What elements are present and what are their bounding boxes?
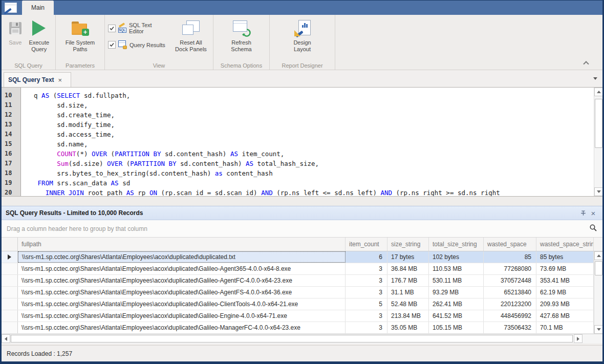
- column-header-wasted_space[interactable]: wasted_space: [484, 238, 536, 251]
- app-menu-button[interactable]: [2, 1, 20, 15]
- code-line[interactable]: INNER JOIN root_path AS rp ON (rp.scan_i…: [26, 188, 594, 196]
- cell-wasted_space[interactable]: 220123200: [484, 298, 536, 310]
- table-row[interactable]: \\srs-m1.sp.cctec.org\Shares\Atlanta\Emp…: [2, 287, 602, 298]
- grid-scroll-down-icon[interactable]: [594, 325, 603, 334]
- cell-wasted_space[interactable]: 77268080: [484, 263, 536, 274]
- column-header-fullpath[interactable]: fullpath: [18, 238, 346, 251]
- cell-fullpath[interactable]: \\srs-m1.sp.cctec.org\Shares\Atlanta\Emp…: [18, 322, 346, 333]
- sql-editor[interactable]: 1011121314151617181920 q AS (SELECT sd.f…: [2, 88, 602, 196]
- file-system-paths-button[interactable]: + File System Paths: [60, 17, 101, 54]
- table-row[interactable]: \\srs-m1.sp.cctec.org\Shares\Atlanta\Emp…: [2, 263, 602, 275]
- cell-fullpath[interactable]: \\srs-m1.sp.cctec.org\Shares\Atlanta\Emp…: [18, 310, 346, 322]
- scroll-down-icon[interactable]: [594, 187, 602, 196]
- design-layout-button[interactable]: Design Layout: [285, 17, 320, 54]
- editor-vertical-scrollbar[interactable]: [594, 88, 602, 196]
- code-line[interactable]: Sum(sd.size) OVER (PARTITION BY sd.conte…: [26, 159, 594, 168]
- cell-fullpath[interactable]: \\srs-m1.sp.cctec.org\Shares\Atlanta\Emp…: [18, 287, 346, 298]
- code-line[interactable]: sd.name,: [26, 139, 594, 149]
- tab-list-dropdown-icon[interactable]: [593, 77, 597, 80]
- grid-scroll-right-icon[interactable]: [574, 334, 583, 343]
- cell-item_count[interactable]: 5: [346, 298, 387, 310]
- editor-scroll-thumb[interactable]: [595, 99, 602, 148]
- cell-fullpath[interactable]: \\srs-m1.sp.cctec.org\Shares\Atlanta\Emp…: [18, 251, 346, 263]
- cell-wasted_space[interactable]: 65213840: [484, 287, 536, 298]
- table-row[interactable]: \\srs-m1.sp.cctec.org\Shares\Atlanta\Emp…: [2, 275, 602, 287]
- cell-wasted_space[interactable]: 73506432: [484, 322, 536, 333]
- cell-item_count[interactable]: 3: [346, 287, 387, 298]
- cell-total_size_string[interactable]: 93.29 MB: [429, 287, 484, 298]
- cell-wasted_space_string[interactable]: 209.93 MB: [536, 298, 594, 310]
- scroll-up-icon[interactable]: [594, 88, 602, 96]
- cell-size_string[interactable]: 36.84 MB: [387, 263, 429, 274]
- tab-main[interactable]: Main: [22, 1, 54, 15]
- cell-total_size_string[interactable]: 105.15 MB: [429, 322, 484, 333]
- cell-item_count[interactable]: 3: [346, 322, 387, 333]
- grid-scroll-up-icon[interactable]: [594, 251, 603, 260]
- cell-wasted_space[interactable]: 370572448: [484, 275, 536, 286]
- grid-scroll-left-icon[interactable]: [2, 334, 10, 343]
- code-lines[interactable]: q AS (SELECT sd.fullpath, sd.size, sd.cr…: [21, 88, 594, 196]
- code-line[interactable]: sd.access_time,: [26, 130, 594, 139]
- code-line[interactable]: sd.create_time,: [26, 110, 594, 120]
- cell-wasted_space[interactable]: 85: [484, 251, 536, 263]
- search-icon[interactable]: [589, 224, 597, 234]
- refresh-schema-button[interactable]: Refresh Schema: [222, 17, 262, 54]
- cell-wasted_space[interactable]: 448456992: [484, 310, 536, 322]
- grid-hscroll-thumb[interactable]: [11, 335, 573, 342]
- grid-vertical-scrollbar[interactable]: [594, 251, 602, 334]
- code-line[interactable]: q AS (SELECT sd.fullpath,: [26, 91, 594, 100]
- sql-text-editor-toggle[interactable]: SQL SQL Text Editor: [108, 22, 167, 34]
- reset-all-dock-panels-button[interactable]: Reset All Dock Panels: [172, 17, 210, 54]
- column-header-wasted_space_string[interactable]: wasted_space_string: [536, 238, 594, 251]
- sql-text-editor-checkbox[interactable]: [108, 25, 116, 32]
- cell-fullpath[interactable]: \\srs-m1.sp.cctec.org\Shares\Atlanta\Emp…: [18, 263, 346, 274]
- tab-close-icon[interactable]: ×: [58, 76, 62, 84]
- cell-size_string[interactable]: 17 bytes: [387, 251, 429, 263]
- query-results-toggle[interactable]: Query Results: [108, 40, 167, 49]
- table-row[interactable]: \\srs-m1.sp.cctec.org\Shares\Atlanta\Emp…: [2, 251, 602, 263]
- cell-item_count[interactable]: 3: [346, 263, 387, 274]
- cell-total_size_string[interactable]: 262.41 MB: [429, 298, 484, 310]
- code-line[interactable]: srs.bytes_to_hex_string(sd.content_hash)…: [26, 168, 594, 178]
- column-header-total_size_string[interactable]: total_size_string: [429, 238, 484, 251]
- ribbon-collapse-chevron-icon[interactable]: [584, 60, 589, 66]
- cell-size_string[interactable]: 31.1 MB: [387, 287, 429, 298]
- code-line[interactable]: FROM srs.scan_data AS sd: [26, 178, 594, 188]
- cell-wasted_space_string[interactable]: 427.68 MB: [536, 310, 594, 322]
- tab-sql-query-text[interactable]: SQL Query Text ×: [4, 72, 71, 87]
- cell-total_size_string[interactable]: 110.53 MB: [429, 263, 484, 274]
- save-button[interactable]: Save: [5, 17, 26, 47]
- cell-wasted_space_string[interactable]: 70.1 MB: [536, 322, 594, 333]
- cell-wasted_space_string[interactable]: 62.19 MB: [536, 287, 594, 298]
- cell-total_size_string[interactable]: 530.11 MB: [429, 275, 484, 286]
- pin-icon[interactable]: [578, 208, 588, 218]
- group-by-area[interactable]: Drag a column header here to group by th…: [2, 220, 602, 238]
- cell-wasted_space_string[interactable]: 85 bytes: [536, 251, 594, 263]
- execute-query-button[interactable]: Execute Query: [26, 17, 52, 54]
- column-header-size_string[interactable]: size_string: [387, 238, 429, 251]
- table-row[interactable]: \\srs-m1.sp.cctec.org\Shares\Atlanta\Emp…: [2, 322, 602, 334]
- cell-size_string[interactable]: 35.05 MB: [387, 322, 429, 333]
- code-line[interactable]: sd.modify_time,: [26, 120, 594, 130]
- table-row[interactable]: \\srs-m1.sp.cctec.org\Shares\Atlanta\Emp…: [2, 298, 602, 310]
- cell-item_count[interactable]: 3: [346, 275, 387, 286]
- cell-item_count[interactable]: 6: [346, 251, 387, 263]
- cell-size_string[interactable]: 213.84 MB: [387, 310, 429, 322]
- cell-item_count[interactable]: 3: [346, 310, 387, 322]
- dock-splitter[interactable]: [2, 196, 602, 206]
- close-panel-icon[interactable]: ×: [588, 208, 598, 218]
- grid-horizontal-scrollbar[interactable]: [2, 334, 602, 344]
- cell-size_string[interactable]: 176.7 MB: [387, 275, 429, 286]
- cell-total_size_string[interactable]: 641.52 MB: [429, 310, 484, 322]
- query-results-checkbox[interactable]: [108, 41, 116, 49]
- cell-fullpath[interactable]: \\srs-m1.sp.cctec.org\Shares\Atlanta\Emp…: [18, 275, 346, 286]
- code-line[interactable]: COUNT(*) OVER (PARTITION BY sd.content_h…: [26, 149, 594, 159]
- cell-size_string[interactable]: 52.48 MB: [387, 298, 429, 310]
- cell-total_size_string[interactable]: 102 bytes: [429, 251, 484, 263]
- cell-fullpath[interactable]: \\srs-m1.sp.cctec.org\Shares\Atlanta\Emp…: [18, 298, 346, 310]
- grid-scroll-thumb[interactable]: [595, 261, 602, 275]
- table-row[interactable]: \\srs-m1.sp.cctec.org\Shares\Atlanta\Emp…: [2, 310, 602, 322]
- column-header-item_count[interactable]: item_count: [346, 238, 387, 251]
- cell-wasted_space_string[interactable]: 73.69 MB: [536, 263, 594, 274]
- code-line[interactable]: sd.size,: [26, 100, 594, 110]
